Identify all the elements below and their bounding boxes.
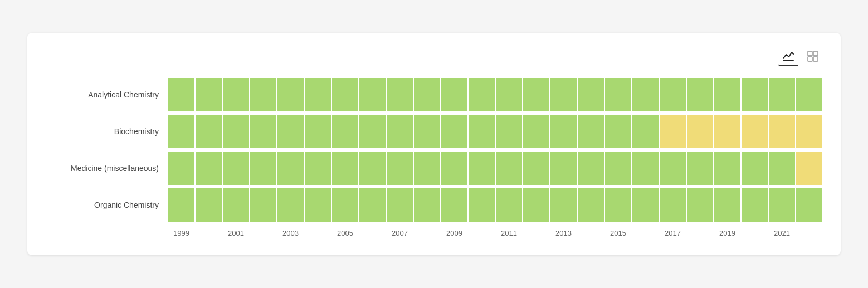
cell [250, 188, 277, 222]
x-axis-label [577, 229, 604, 237]
line-chart-button[interactable] [778, 46, 798, 66]
row-label: Analytical Chemistry [45, 90, 168, 99]
cell [468, 77, 495, 112]
x-axis-label [686, 229, 714, 237]
cell [714, 114, 741, 149]
cell [768, 114, 796, 149]
cell [386, 77, 413, 112]
cell [331, 151, 359, 186]
chart-area: Analytical ChemistryBiochemistryMedicine… [45, 77, 823, 224]
cell [604, 77, 632, 112]
header-icons [778, 46, 823, 66]
cell [741, 77, 768, 112]
cell [195, 151, 222, 186]
cell [796, 114, 823, 149]
cell [495, 151, 523, 186]
chart-row: Analytical Chemistry [45, 77, 823, 112]
cell [796, 151, 823, 186]
row-label: Organic Chemistry [45, 201, 168, 209]
svg-rect-1 [808, 51, 812, 56]
cell [304, 77, 331, 112]
x-axis-label: 2003 [277, 229, 304, 237]
x-axis-label [741, 229, 768, 237]
x-axis-label: 2005 [331, 229, 359, 237]
cell [222, 151, 250, 186]
cell [359, 77, 386, 112]
cell [632, 188, 659, 222]
cell [359, 114, 386, 149]
x-axis-label [523, 229, 550, 237]
cell [495, 77, 523, 112]
cell [413, 114, 441, 149]
cell [277, 188, 304, 222]
x-axis-label: 2011 [495, 229, 523, 237]
cell [250, 114, 277, 149]
cell [195, 188, 222, 222]
x-axis-label: 2021 [768, 229, 796, 237]
svg-rect-3 [808, 57, 812, 61]
x-axis-label [796, 229, 823, 237]
cell [577, 114, 604, 149]
x-axis-label: 2001 [222, 229, 250, 237]
cell [441, 114, 468, 149]
cell [550, 114, 577, 149]
cell [386, 151, 413, 186]
x-axis-label: 2015 [604, 229, 632, 237]
row-cells [168, 77, 823, 112]
cell [523, 114, 550, 149]
cell [386, 114, 413, 149]
cell [686, 151, 714, 186]
cell [577, 77, 604, 112]
cell [604, 114, 632, 149]
row-label: Medicine (miscellaneous) [45, 164, 168, 173]
x-axis-label [632, 229, 659, 237]
grid-view-button[interactable] [803, 46, 823, 66]
cell [331, 114, 359, 149]
cell [523, 188, 550, 222]
cell [550, 151, 577, 186]
x-axis-label: 2019 [714, 229, 741, 237]
cell [468, 114, 495, 149]
x-axis-label [250, 229, 277, 237]
cell [413, 77, 441, 112]
cell [195, 114, 222, 149]
cell [468, 188, 495, 222]
cell [577, 151, 604, 186]
cell [441, 77, 468, 112]
cell [796, 77, 823, 112]
cell [168, 77, 195, 112]
chart-row: Medicine (miscellaneous) [45, 151, 823, 186]
chart-header [45, 46, 823, 66]
cell [632, 151, 659, 186]
chart-row: Organic Chemistry [45, 188, 823, 222]
cell [550, 77, 577, 112]
cell [331, 188, 359, 222]
cell [168, 151, 195, 186]
x-axis-label [304, 229, 331, 237]
cell [604, 188, 632, 222]
cell [714, 151, 741, 186]
cell [686, 77, 714, 112]
cell [413, 188, 441, 222]
x-axis-label: 2013 [550, 229, 577, 237]
cell [768, 188, 796, 222]
row-label: Biochemistry [45, 127, 168, 136]
cell [277, 77, 304, 112]
x-axis-label [359, 229, 386, 237]
cell [277, 114, 304, 149]
cell [441, 151, 468, 186]
cell [413, 151, 441, 186]
cell [768, 77, 796, 112]
cell [632, 114, 659, 149]
x-axis-label [468, 229, 495, 237]
cell [686, 114, 714, 149]
cell [768, 151, 796, 186]
cell [686, 188, 714, 222]
row-cells [168, 188, 823, 222]
cell [495, 188, 523, 222]
cell [250, 77, 277, 112]
cell [222, 77, 250, 112]
cell [304, 114, 331, 149]
chart-row: Biochemistry [45, 114, 823, 149]
cell [222, 188, 250, 222]
